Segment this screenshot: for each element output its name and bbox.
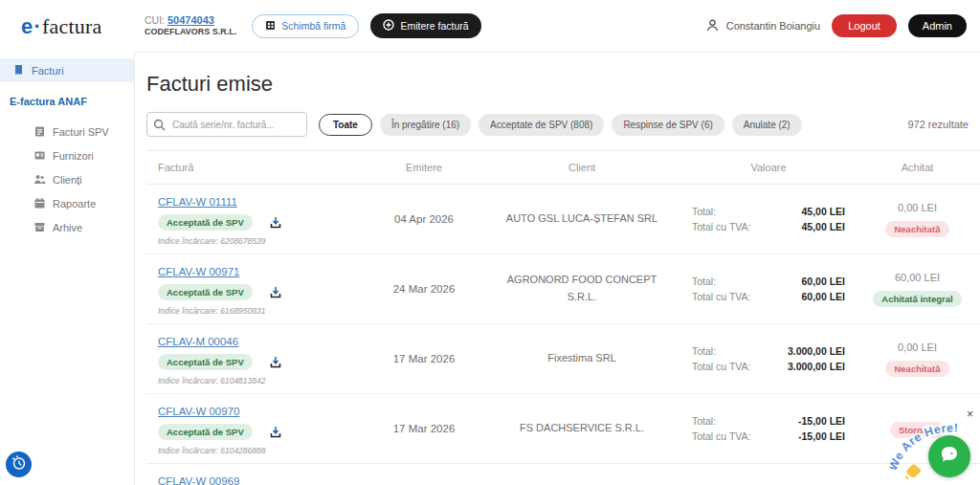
- status-badge: Acceptată de SPV: [158, 284, 253, 300]
- download-icon[interactable]: [270, 286, 281, 298]
- reports-icon: [33, 197, 46, 209]
- value-cell: Total:45,00 LEI Total cu TVA:45,00 LEI: [692, 206, 845, 232]
- total-vat-label: Total cu TVA:: [692, 221, 750, 232]
- header-client: Client: [481, 162, 682, 173]
- filter-chip[interactable]: Toate: [319, 114, 372, 136]
- main-content: Facturi emise Toate În pregătire (16) Ac…: [135, 53, 980, 485]
- sidebar: Facturi E-factura ANAF Facturi SPV Furni…: [0, 53, 135, 485]
- sidebar-item-rapoarte[interactable]: Rapoarte: [21, 191, 134, 215]
- archive-icon: [33, 221, 46, 233]
- sidebar-item-clien-i[interactable]: Clienți: [21, 167, 134, 191]
- table-row: CFLAV-W 00969 Acceptată de SPV Indice în…: [146, 464, 980, 485]
- table-body: CFLAV-W 01111 Acceptată de SPV Indice în…: [146, 185, 980, 485]
- filter-chip[interactable]: Respinse de SPV (6): [612, 114, 724, 136]
- download-icon[interactable]: [270, 356, 281, 368]
- chat-widget: × We Are Here!: [896, 410, 978, 483]
- table-header: Factură Emitere Client Valoare Achitat: [146, 150, 980, 185]
- total-value: 3.000,00 LEI: [788, 345, 845, 357]
- search-input[interactable]: [146, 112, 307, 137]
- status-badge: Acceptată de SPV: [158, 354, 253, 370]
- controls-row: Toate În pregătire (16) Acceptate de SPV…: [146, 112, 980, 137]
- value-cell: Total:3.000,00 LEI Total cu TVA:3.000,00…: [692, 345, 845, 372]
- paid-status-badge: Neachitată: [885, 361, 948, 377]
- cui-link[interactable]: 50474043: [167, 14, 214, 26]
- issue-date: 17 Mar 2026: [367, 353, 481, 364]
- total-vat-value: 45,00 LEI: [801, 221, 845, 232]
- sidebar-item-label: Clienți: [53, 174, 82, 186]
- logo-e: e: [21, 14, 33, 38]
- suppliers-icon: [33, 149, 46, 162]
- total-value: 45,00 LEI: [801, 206, 845, 217]
- company-name: CODEFLAVORS S.R.L.: [145, 27, 236, 38]
- sidebar-item-facturi-spv[interactable]: Facturi SPV: [21, 120, 134, 143]
- download-icon[interactable]: [270, 216, 281, 229]
- total-vat-label: Total cu TVA:: [692, 361, 750, 372]
- download-icon[interactable]: [270, 426, 281, 438]
- invoice-link[interactable]: CFLAV-W 00970: [158, 406, 239, 417]
- client-name: FS DACHSERVICE S.R.L.: [481, 420, 682, 437]
- clock-icon: [11, 454, 27, 474]
- top-bar: e·factura CUI: 50474043 CODEFLAVORS S.R.…: [0, 0, 980, 53]
- cui-label: CUI:: [145, 14, 165, 26]
- issue-date: 24 Mar 2026: [367, 283, 481, 295]
- logout-button[interactable]: Logout: [832, 14, 897, 37]
- sidebar-section-title: E-factura ANAF: [0, 82, 134, 111]
- table-row: CFLAV-W 01111 Acceptată de SPV Indice în…: [146, 185, 980, 254]
- issue-date: 04 Apr 2026: [367, 213, 481, 225]
- chat-button[interactable]: [928, 435, 970, 477]
- invoice-link[interactable]: CFLAV-W 00969: [158, 475, 239, 485]
- logo-text: factura: [42, 14, 101, 38]
- paid-cell: 60,00 LEI Achitată integral: [855, 272, 980, 307]
- total-label: Total:: [692, 345, 716, 357]
- invoice-link[interactable]: CFLAV-W 01111: [158, 196, 237, 208]
- invoice-link[interactable]: CFLAV-W 00971: [158, 266, 239, 277]
- plus-circle-icon: [383, 19, 394, 33]
- upload-index: Indice încărcare: 6208678539: [158, 236, 367, 246]
- app-window: e·factura CUI: 50474043 CODEFLAVORS S.R.…: [0, 0, 980, 485]
- invoice-link[interactable]: CFLAV-M 00046: [158, 336, 238, 347]
- create-invoice-label: Emitere factură: [400, 20, 468, 32]
- total-label: Total:: [692, 415, 716, 427]
- filter-chip[interactable]: În pregătire (16): [380, 114, 471, 136]
- admin-button[interactable]: Admin: [908, 14, 967, 37]
- total-value: -15,00 LEI: [798, 415, 845, 427]
- paid-status-badge: Achitată integral: [873, 291, 961, 307]
- sidebar-item-label: Facturi: [32, 65, 64, 77]
- chat-close-icon[interactable]: ×: [967, 408, 973, 420]
- header-emitere: Emitere: [367, 162, 481, 173]
- invoices-table: Factură Emitere Client Valoare Achitat C…: [146, 150, 980, 485]
- sidebar-item-label: Facturi SPV: [53, 126, 109, 138]
- filter-chip[interactable]: Acceptate de SPV (808): [479, 114, 604, 136]
- value-cell: Total:60,00 LEI Total cu TVA:60,00 LEI: [692, 276, 845, 302]
- status-badge: Acceptată de SPV: [158, 214, 253, 231]
- clock-widget-button[interactable]: [6, 452, 32, 477]
- header-valoare: Valoare: [682, 162, 855, 173]
- total-vat-value: -15,00 LEI: [798, 430, 845, 442]
- create-invoice-button[interactable]: Emitere factură: [370, 13, 480, 38]
- paid-amount: 60,00 LEI: [855, 272, 980, 283]
- sidebar-item-furnizori[interactable]: Furnizori: [21, 143, 134, 167]
- sidebar-item-label: Rapoarte: [53, 198, 96, 209]
- table-row: CFLAV-W 00971 Acceptată de SPV Indice în…: [146, 254, 980, 324]
- client-name: AUTO GSL LUCA-ȘTEFAN SRL: [481, 210, 682, 228]
- results-count: 972 rezultate: [907, 119, 969, 130]
- header-achitat: Achitat: [855, 162, 980, 173]
- value-cell: Total:-15,00 LEI Total cu TVA:-15,00 LEI: [692, 415, 845, 442]
- total-label: Total:: [692, 206, 716, 217]
- sidebar-item-arhive[interactable]: Arhive: [21, 215, 134, 239]
- total-label: Total:: [692, 276, 716, 287]
- upload-index: Indice încărcare: 6104813842: [158, 376, 367, 386]
- header-factura: Factură: [146, 162, 367, 173]
- sidebar-item-facturi[interactable]: Facturi: [0, 58, 134, 82]
- invoice-icon: [12, 64, 25, 77]
- issue-date: 17 Mar 2026: [367, 423, 481, 434]
- paid-amount: 0,00 LEI: [855, 342, 980, 353]
- change-company-button[interactable]: Schimbă firmă: [252, 14, 359, 38]
- logo[interactable]: e·factura: [0, 0, 135, 53]
- client-name: AGRONORD FOOD CONCEPT S.R.L.: [481, 272, 682, 305]
- page-title: Facturi emise: [146, 72, 980, 97]
- table-row: CFLAV-M 00046 Acceptată de SPV Indice în…: [146, 324, 980, 394]
- filter-chip[interactable]: Anulate (2): [732, 114, 802, 136]
- paid-status-badge: Neachitată: [885, 221, 948, 237]
- logo-dot-icon: ·: [33, 14, 41, 38]
